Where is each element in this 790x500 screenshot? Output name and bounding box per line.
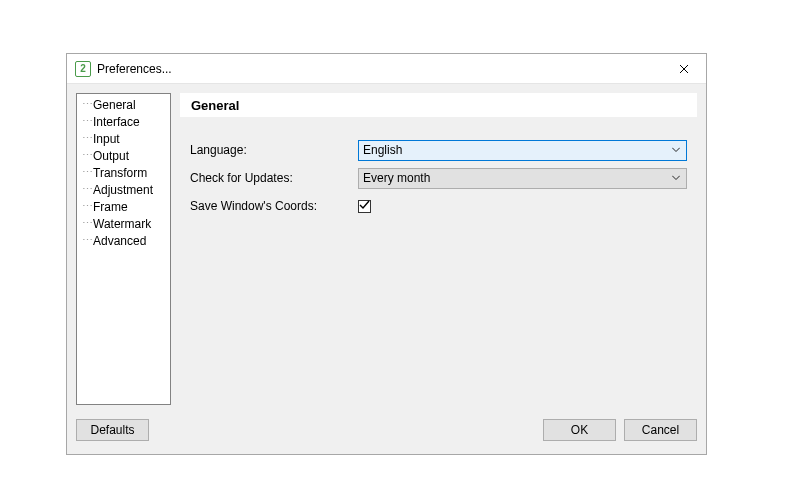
tree-connector-icon: ⋯ [81, 200, 93, 213]
settings-panel: General Language: English Check for Upda… [180, 93, 697, 405]
ok-button[interactable]: OK [543, 419, 616, 441]
sidebar-item-label: Output [93, 149, 129, 163]
sidebar-item-watermark[interactable]: ⋯ Watermark [77, 215, 170, 232]
tree-connector-icon: ⋯ [81, 149, 93, 162]
sidebar-item-label: Watermark [93, 217, 151, 231]
defaults-button[interactable]: Defaults [76, 419, 149, 441]
dialog-footer: Defaults OK Cancel [67, 414, 706, 454]
sidebar-item-output[interactable]: ⋯ Output [77, 147, 170, 164]
coords-row: Save Window's Coords: [180, 195, 697, 217]
language-value: English [363, 143, 402, 157]
sidebar-item-label: General [93, 98, 136, 112]
sidebar-item-label: Adjustment [93, 183, 153, 197]
chevron-down-icon [672, 176, 680, 181]
tree-connector-icon: ⋯ [81, 132, 93, 145]
coords-checkbox[interactable] [358, 200, 371, 213]
sidebar-item-interface[interactable]: ⋯ Interface [77, 113, 170, 130]
sidebar-item-label: Interface [93, 115, 140, 129]
close-button[interactable] [661, 54, 706, 84]
app-icon: 2 [75, 61, 91, 77]
section-heading: General [180, 93, 697, 117]
sidebar-item-label: Frame [93, 200, 128, 214]
sidebar-item-label: Advanced [93, 234, 146, 248]
category-tree: ⋯ General ⋯ Interface ⋯ Input ⋯ Output ⋯… [76, 93, 171, 405]
coords-label: Save Window's Coords: [180, 199, 358, 213]
sidebar-item-general[interactable]: ⋯ General [77, 96, 170, 113]
close-icon [679, 64, 689, 74]
window-title: Preferences... [97, 62, 172, 76]
language-row: Language: English [180, 139, 697, 161]
updates-value: Every month [363, 171, 430, 185]
tree-connector-icon: ⋯ [81, 217, 93, 230]
tree-connector-icon: ⋯ [81, 183, 93, 196]
sidebar-item-input[interactable]: ⋯ Input [77, 130, 170, 147]
language-label: Language: [180, 143, 358, 157]
titlebar: 2 Preferences... [67, 54, 706, 84]
updates-dropdown[interactable]: Every month [358, 168, 687, 189]
tree-connector-icon: ⋯ [81, 166, 93, 179]
sidebar-item-adjustment[interactable]: ⋯ Adjustment [77, 181, 170, 198]
language-dropdown[interactable]: English [358, 140, 687, 161]
cancel-button[interactable]: Cancel [624, 419, 697, 441]
updates-row: Check for Updates: Every month [180, 167, 697, 189]
updates-label: Check for Updates: [180, 171, 358, 185]
sidebar-item-frame[interactable]: ⋯ Frame [77, 198, 170, 215]
tree-connector-icon: ⋯ [81, 98, 93, 111]
sidebar-item-advanced[interactable]: ⋯ Advanced [77, 232, 170, 249]
tree-connector-icon: ⋯ [81, 115, 93, 128]
dialog-content: ⋯ General ⋯ Interface ⋯ Input ⋯ Output ⋯… [67, 84, 706, 414]
chevron-down-icon [672, 148, 680, 153]
coords-checkbox-cell [358, 200, 697, 213]
sidebar-item-label: Transform [93, 166, 147, 180]
preferences-dialog: 2 Preferences... ⋯ General ⋯ Interface ⋯… [66, 53, 707, 455]
tree-connector-icon: ⋯ [81, 234, 93, 247]
sidebar-item-transform[interactable]: ⋯ Transform [77, 164, 170, 181]
sidebar-item-label: Input [93, 132, 120, 146]
checkmark-icon [359, 200, 370, 211]
